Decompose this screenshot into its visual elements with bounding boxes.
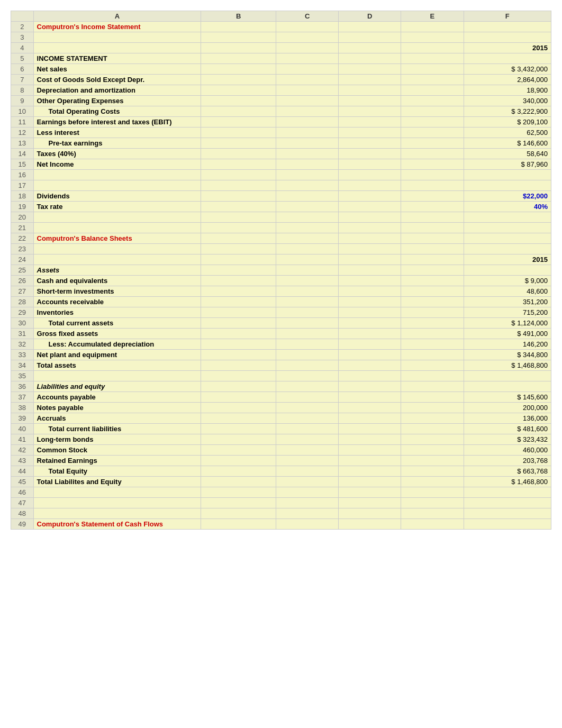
cell-b-30 [201, 318, 276, 329]
table-row: 36Liabilities and equity [11, 381, 551, 392]
cell-d-7 [339, 75, 401, 85]
row-number: 5 [11, 53, 34, 64]
cell-b-20 [201, 212, 276, 223]
col-e-header: E [401, 11, 464, 22]
cell-c-11 [276, 117, 339, 128]
row-number: 11 [11, 117, 34, 128]
row-number: 23 [11, 244, 34, 254]
cell-d-35 [339, 371, 401, 381]
cell-c-23 [276, 244, 339, 254]
cell-e-25 [401, 265, 464, 276]
cell-b-36 [201, 381, 276, 392]
cell-c-36 [276, 381, 339, 392]
cell-d-11 [339, 117, 401, 128]
cell-e-13 [401, 138, 464, 149]
cell-c-21 [276, 223, 339, 233]
cell-b-21 [201, 223, 276, 233]
cell-e-47 [401, 498, 464, 508]
table-row: 25Assets [11, 265, 551, 276]
cell-c-37 [276, 392, 339, 403]
row-number: 43 [11, 456, 34, 466]
cell-f-21 [464, 223, 551, 233]
row-number: 15 [11, 159, 34, 170]
cell-b-48 [201, 508, 276, 519]
cell-e-41 [401, 434, 464, 445]
row-number: 12 [11, 128, 34, 138]
cell-e-16 [401, 170, 464, 180]
table-row: 27Short-term investments48,600 [11, 286, 551, 297]
cell-c-31 [276, 329, 339, 339]
col-c-header: C [276, 11, 339, 22]
cell-f-25 [464, 265, 551, 276]
cell-b-8 [201, 85, 276, 96]
cell-f-49 [464, 519, 551, 530]
cell-d-23 [339, 244, 401, 254]
table-row: 12Less interest62,500 [11, 128, 551, 138]
cell-e-23 [401, 244, 464, 254]
cell-e-24 [401, 254, 464, 265]
cell-a-21 [33, 223, 201, 233]
cell-a-11: Earnings before interest and taxes (EBIT… [33, 117, 201, 128]
cell-a-34: Total assets [33, 360, 201, 371]
cell-e-27 [401, 286, 464, 297]
cell-c-39 [276, 413, 339, 424]
cell-a-15: Net Income [33, 159, 201, 170]
cell-b-5 [201, 53, 276, 64]
cell-b-19 [201, 202, 276, 212]
cell-c-27 [276, 286, 339, 297]
cell-f-5 [464, 53, 551, 64]
table-row: 17 [11, 180, 551, 191]
cell-d-8 [339, 85, 401, 96]
cell-f-31: $ 491,000 [464, 329, 551, 339]
cell-c-3 [276, 32, 339, 43]
cell-a-17 [33, 180, 201, 191]
cell-b-33 [201, 350, 276, 360]
cell-a-43: Retained Earnings [33, 456, 201, 466]
cell-f-29: 715,200 [464, 307, 551, 318]
cell-e-40 [401, 424, 464, 434]
cell-d-30 [339, 318, 401, 329]
row-number: 33 [11, 350, 34, 360]
cell-a-29: Inventories [33, 307, 201, 318]
cell-f-26: $ 9,000 [464, 276, 551, 286]
cell-e-42 [401, 445, 464, 456]
cell-d-25 [339, 265, 401, 276]
cell-c-43 [276, 456, 339, 466]
cell-b-22 [201, 233, 276, 244]
table-row: 242015 [11, 254, 551, 265]
cell-f-19: 40% [464, 202, 551, 212]
cell-d-22 [339, 233, 401, 244]
cell-f-28: 351,200 [464, 297, 551, 307]
cell-a-31: Gross fixed assets [33, 329, 201, 339]
cell-b-14 [201, 149, 276, 159]
table-row: 39Accruals136,000 [11, 413, 551, 424]
cell-e-14 [401, 149, 464, 159]
cell-e-11 [401, 117, 464, 128]
cell-e-39 [401, 413, 464, 424]
cell-e-38 [401, 403, 464, 413]
cell-c-19 [276, 202, 339, 212]
row-number: 42 [11, 445, 34, 456]
cell-a-14: Taxes (40%) [33, 149, 201, 159]
table-row: 33Net plant and equipment$ 344,800 [11, 350, 551, 360]
table-row: 22Computron's Balance Sheets [11, 233, 551, 244]
cell-b-25 [201, 265, 276, 276]
cell-d-21 [339, 223, 401, 233]
row-number: 47 [11, 498, 34, 508]
cell-b-27 [201, 286, 276, 297]
cell-f-6: $ 3,432,000 [464, 64, 551, 75]
cell-f-13: $ 146,600 [464, 138, 551, 149]
col-b-header: B [201, 11, 276, 22]
table-row: 6Net sales$ 3,432,000 [11, 64, 551, 75]
cell-e-48 [401, 508, 464, 519]
cell-d-17 [339, 180, 401, 191]
row-number: 8 [11, 85, 34, 96]
col-a-header: A [33, 11, 201, 22]
cell-e-3 [401, 32, 464, 43]
cell-e-33 [401, 350, 464, 360]
row-number: 13 [11, 138, 34, 149]
cell-d-49 [339, 519, 401, 530]
cell-b-39 [201, 413, 276, 424]
cell-a-46 [33, 487, 201, 498]
cell-f-41: $ 323,432 [464, 434, 551, 445]
